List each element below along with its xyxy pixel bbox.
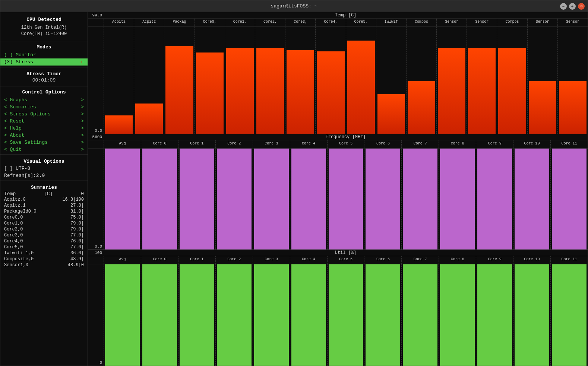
monitor-mode-item[interactable]: ( ) Monitor bbox=[0, 51, 88, 58]
chart-col-label: Sensor bbox=[557, 19, 588, 26]
chart-bar-col bbox=[290, 149, 327, 250]
chart-bar bbox=[515, 264, 549, 366]
chart-col-label: Core 0 bbox=[141, 256, 178, 264]
maximize-button[interactable]: + bbox=[569, 3, 576, 10]
chart-bar-col bbox=[557, 27, 588, 134]
chart-bar bbox=[105, 115, 133, 134]
cpu-info: 12th Gen Intel(R) Core(TM) i5-12400 bbox=[0, 24, 88, 39]
chart-bar-col bbox=[406, 27, 436, 134]
stress-timer-value: 00:01:09 bbox=[0, 77, 88, 85]
chart-col-label: Packag bbox=[164, 19, 194, 26]
summary-label: Iwlwifi 1,0 bbox=[4, 251, 34, 256]
chart-bar bbox=[438, 48, 465, 133]
summary-label: PackageId0,0 bbox=[4, 209, 36, 214]
chart-bar bbox=[135, 104, 163, 133]
chart-bar bbox=[256, 48, 284, 133]
chart-col-label: Core 6 bbox=[364, 256, 401, 264]
chart-bar-col bbox=[215, 264, 253, 366]
summaries-section-label: Summaries bbox=[0, 182, 88, 191]
chart-col-label: Acpitz bbox=[104, 19, 134, 26]
about-label: < About bbox=[4, 133, 25, 138]
freq-chart-title: Frequency [MHz] bbox=[104, 134, 588, 140]
chart-bar-col bbox=[439, 149, 476, 250]
chart-bar bbox=[529, 81, 556, 133]
chart-col-label: Core 4 bbox=[290, 256, 327, 264]
chart-bar-col bbox=[327, 149, 364, 250]
chart-bar bbox=[329, 149, 363, 250]
chart-col-label: Core 0 bbox=[141, 140, 178, 148]
chart-bar-col bbox=[476, 149, 513, 250]
chart-bar bbox=[468, 48, 496, 133]
chart-col-label: Core0, bbox=[195, 19, 225, 26]
chart-col-label: Core4, bbox=[315, 19, 345, 26]
chart-bar bbox=[329, 264, 363, 366]
chart-bar bbox=[291, 264, 326, 366]
chart-bar-col bbox=[104, 27, 134, 134]
freq-chart-section: 5600 Frequency [MHz] AvgCore 0Core 1Core… bbox=[88, 134, 588, 250]
stress-mode-label: (X) Stress bbox=[4, 59, 33, 65]
chart-col-label: Iwlwif bbox=[376, 19, 406, 26]
cpu-detected-label: CPU Detected bbox=[0, 15, 88, 24]
chart-bar bbox=[254, 264, 289, 366]
chart-bar bbox=[440, 264, 475, 366]
temp-chart-title: Temp [C] bbox=[104, 13, 588, 18]
chart-bar-col bbox=[439, 264, 476, 366]
cpu-info-line2: Core(TM) i5-12400 bbox=[0, 31, 88, 37]
reset-arrow: > bbox=[81, 118, 84, 124]
about-item[interactable]: < About > bbox=[0, 132, 88, 139]
chart-bar-col bbox=[255, 27, 285, 134]
chart-bar bbox=[105, 264, 140, 366]
summary-label: Core0,0 bbox=[4, 215, 23, 220]
main-content: CPU Detected 12th Gen Intel(R) Core(TM) … bbox=[0, 12, 588, 366]
summary-row: Core5,077.0| bbox=[0, 244, 88, 250]
stress-options-label: < Stress Options bbox=[4, 111, 51, 117]
chart-bar bbox=[217, 264, 252, 366]
summary-row: Core1,079.0| bbox=[0, 220, 88, 226]
help-item[interactable]: < Help > bbox=[0, 125, 88, 132]
chart-bar bbox=[366, 264, 400, 366]
chart-bar bbox=[477, 149, 512, 250]
reset-item[interactable]: < Reset > bbox=[0, 118, 88, 125]
summaries-item[interactable]: < Summaries > bbox=[0, 104, 88, 111]
summary-value: 77.0| bbox=[70, 233, 84, 238]
summary-row: Acpitz,016.8|100 bbox=[0, 197, 88, 203]
chart-bar-col bbox=[178, 149, 215, 250]
graphs-item[interactable]: < Graphs > bbox=[0, 96, 88, 104]
chart-bar bbox=[477, 264, 512, 366]
summary-label: Acpitz,0 bbox=[4, 197, 26, 202]
chart-col-label: Core 10 bbox=[513, 140, 550, 148]
chart-col-label: Core2, bbox=[255, 19, 285, 26]
chart-bar bbox=[142, 149, 177, 250]
summary-row: Acpitz,127.8| bbox=[0, 203, 88, 209]
util-y-min: 0 bbox=[88, 360, 102, 365]
utf8-item[interactable]: [ ] UTF-8 bbox=[0, 165, 88, 172]
chart-bar bbox=[180, 264, 214, 366]
minimize-button[interactable]: − bbox=[560, 3, 567, 10]
cpu-info-line1: 12th Gen Intel(R) bbox=[0, 25, 88, 31]
chart-col-label: Core 3 bbox=[253, 140, 290, 148]
chart-bar-col bbox=[225, 27, 255, 134]
summary-label: Core5,0 bbox=[4, 245, 23, 250]
stress-options-item[interactable]: < Stress Options > bbox=[0, 111, 88, 118]
chart-bar bbox=[552, 264, 587, 366]
chart-bar-col bbox=[327, 264, 364, 366]
chart-col-label: Sensor bbox=[527, 19, 557, 26]
quit-item[interactable]: < Quit > bbox=[0, 146, 88, 153]
close-button[interactable]: ✕ bbox=[578, 3, 585, 10]
chart-bar-col bbox=[401, 264, 439, 366]
util-chart-section: 100 Util [%] AvgCore 0Core 1Core 2Core 3… bbox=[88, 250, 588, 366]
chart-col-label: Core 2 bbox=[215, 256, 253, 264]
summaries-header: Temp [C] 0 bbox=[0, 191, 88, 197]
summary-row: Core0,075.0| bbox=[0, 214, 88, 220]
chart-bar-col bbox=[401, 149, 439, 250]
chart-col-label: Core 10 bbox=[513, 256, 550, 264]
chart-bar bbox=[105, 149, 140, 250]
save-settings-item[interactable]: < Save Settings > bbox=[0, 139, 88, 146]
summary-value: 27.8| bbox=[70, 203, 84, 208]
chart-bar-col bbox=[513, 264, 550, 366]
chart-col-label: Core 5 bbox=[327, 140, 364, 148]
chart-bar bbox=[347, 41, 375, 133]
stress-mode-item[interactable]: (X) Stress ← bbox=[0, 58, 88, 66]
main-window: sagar@itsFOSS: ~ − + ✕ CPU Detected 12th… bbox=[0, 0, 588, 366]
summary-value: 36.0| bbox=[70, 251, 84, 256]
